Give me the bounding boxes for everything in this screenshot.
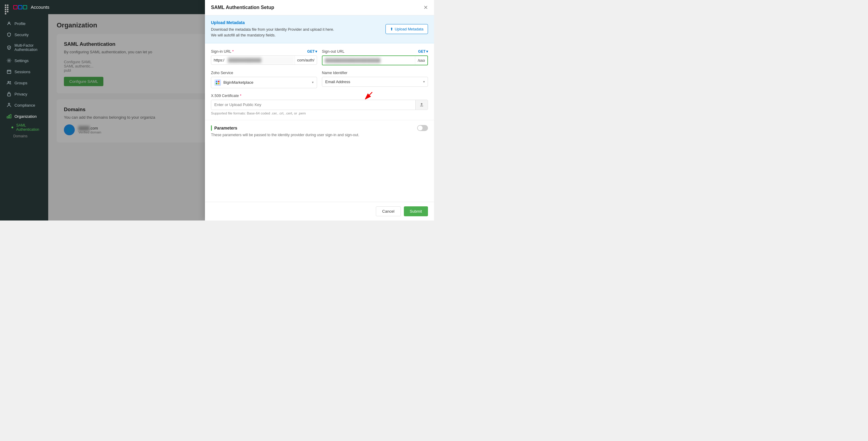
cert-upload-button[interactable] xyxy=(415,100,428,109)
submit-button[interactable]: Submit xyxy=(404,206,428,216)
cert-input-wrap xyxy=(211,100,428,110)
upload-meta-title: Upload Metadata xyxy=(211,20,379,25)
app-logo xyxy=(13,5,27,9)
user-icon xyxy=(7,21,11,26)
svg-point-3 xyxy=(8,81,9,83)
svg-rect-11 xyxy=(218,81,219,82)
sign-in-get-badge[interactable]: GET ▾ xyxy=(307,50,317,54)
svg-point-6 xyxy=(8,103,10,105)
name-identifier-label: Name Identifier xyxy=(322,71,347,75)
sidebar-item-organization[interactable]: Organization xyxy=(2,111,46,122)
upload-metadata-button[interactable]: ⬆ Upload Metadata xyxy=(385,24,428,34)
svg-rect-7 xyxy=(7,117,8,118)
upload-icon xyxy=(419,102,424,107)
svg-rect-13 xyxy=(218,83,219,84)
sign-out-get-badge[interactable]: GET ▾ xyxy=(418,50,428,54)
dialog-title: SAML Authentication Setup xyxy=(211,5,274,10)
sign-in-url-group: Sign-in URL * GET ▾ https:/ ████████████… xyxy=(211,50,317,65)
param-title-wrap: Parameters xyxy=(211,125,237,131)
svg-rect-5 xyxy=(7,94,10,96)
sign-out-url-input-wrap[interactable]: ████████████████████ /sso xyxy=(322,56,428,65)
parameters-section: Parameters These parameters will be pass… xyxy=(205,120,434,143)
people-icon xyxy=(7,81,11,85)
name-identifier-select[interactable]: Email Address xyxy=(322,77,428,87)
dialog-body: Upload Metadata Download the metadata fi… xyxy=(205,15,434,202)
dialog-footer: Cancel Submit xyxy=(205,202,434,220)
sidebar-item-mfa[interactable]: Multi-Factor Authentication xyxy=(2,40,46,55)
upload-meta-info: Upload Metadata Download the metadata fi… xyxy=(211,20,379,38)
sidebar-item-sessions[interactable]: Sessions xyxy=(2,66,46,77)
param-header: Parameters xyxy=(211,125,428,131)
sidebar-subitem-saml[interactable]: SAML Authentication xyxy=(0,122,48,133)
svg-point-1 xyxy=(8,60,10,61)
zoho-service-group: Zoho Service BiginMarketplace xyxy=(211,71,317,88)
chart-icon xyxy=(7,114,11,119)
app-title: Accounts xyxy=(31,4,50,10)
svg-point-0 xyxy=(8,22,10,24)
name-identifier-select-wrap: Email Address ▾ xyxy=(322,77,428,87)
x509-label: X.509 Certificate * xyxy=(211,94,241,98)
param-title: Parameters xyxy=(214,126,237,130)
svg-rect-2 xyxy=(7,70,11,73)
grid-icon[interactable] xyxy=(5,4,10,10)
x509-certificate-group: X.509 Certificate * Supported file forma… xyxy=(211,94,428,115)
sidebar-item-settings[interactable]: Settings xyxy=(2,55,46,66)
svg-point-4 xyxy=(10,82,11,83)
parameters-toggle[interactable] xyxy=(417,125,428,131)
sidebar-item-profile[interactable]: Profile xyxy=(2,18,46,29)
sidebar-subitem-domains[interactable]: Domains xyxy=(0,133,48,139)
sidebar-item-compliance[interactable]: Compliance xyxy=(2,100,46,111)
service-icon xyxy=(214,79,221,86)
svg-rect-10 xyxy=(216,81,217,82)
sign-in-url-input-wrap: https:/ ████████████ com/auth/ xyxy=(211,56,317,65)
svg-rect-12 xyxy=(216,83,217,84)
name-identifier-group: Name Identifier Email Address ▾ xyxy=(322,71,428,88)
dialog-header: SAML Authentication Setup ✕ xyxy=(205,0,434,15)
shield-check-icon xyxy=(7,45,11,50)
sidebar-item-privacy[interactable]: Privacy xyxy=(2,89,46,99)
gear-icon xyxy=(7,58,11,63)
sign-out-url-group: Sign-out URL GET ▾ ████████████████████ … xyxy=(322,50,428,65)
sidebar-item-groups[interactable]: Groups xyxy=(2,77,46,88)
url-row: Sign-in URL * GET ▾ https:/ ████████████… xyxy=(211,50,428,65)
zoho-service-arrow: ▾ xyxy=(312,81,314,84)
zoho-service-select[interactable]: BiginMarketplace ▾ xyxy=(211,77,317,88)
cert-help-text: Supported file formats: Base-64 coded .c… xyxy=(211,112,428,115)
upload-icon: ⬆ xyxy=(390,27,393,31)
form-section: Sign-in URL * GET ▾ https:/ ████████████… xyxy=(205,43,434,115)
svg-rect-8 xyxy=(8,115,10,118)
service-identifier-row: Zoho Service BiginMarketplace xyxy=(211,71,428,88)
upload-meta-desc: Download the metadata file from your Ide… xyxy=(211,27,379,38)
shield-icon xyxy=(7,32,11,37)
lock-icon xyxy=(7,92,11,96)
param-desc: These parameters will be passed to the i… xyxy=(211,132,428,138)
person-icon xyxy=(7,103,11,107)
upload-metadata-section: Upload Metadata Download the metadata fi… xyxy=(205,15,434,43)
x509-input[interactable] xyxy=(211,100,415,109)
zoho-service-value: BiginMarketplace xyxy=(223,80,310,85)
sidebar-item-security[interactable]: Security xyxy=(2,29,46,40)
calendar-icon xyxy=(7,69,11,74)
sign-out-url-label: Sign-out URL xyxy=(322,50,344,54)
param-bar xyxy=(211,125,212,131)
close-button[interactable]: ✕ xyxy=(424,5,428,10)
cancel-button[interactable]: Cancel xyxy=(376,206,401,216)
sign-in-url-label: Sign-in URL * xyxy=(211,50,234,54)
sidebar: Profile Security Multi-Factor Authentica… xyxy=(0,14,48,220)
saml-setup-dialog: SAML Authentication Setup ✕ Upload Metad… xyxy=(205,0,434,220)
zoho-service-label: Zoho Service xyxy=(211,71,233,75)
svg-rect-9 xyxy=(10,115,11,118)
